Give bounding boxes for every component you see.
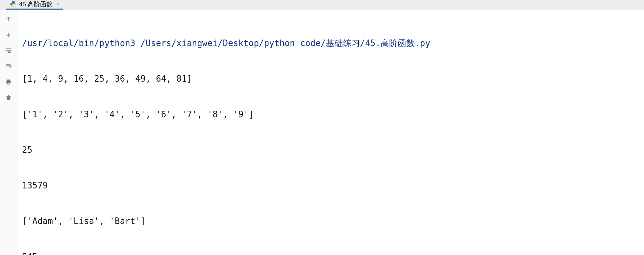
svg-point-1 xyxy=(14,6,14,7)
console-output[interactable]: /usr/local/bin/python3 /Users/xiangwei/D… xyxy=(17,10,644,255)
svg-rect-11 xyxy=(7,83,10,84)
tab-bar-leading: : xyxy=(0,0,6,10)
console-output-line: ['1', '2', '3', '4', '5', '6', '7', '8',… xyxy=(22,108,644,120)
svg-rect-14 xyxy=(8,95,10,96)
run-tab[interactable]: 45.高阶函数 × xyxy=(6,0,63,10)
svg-rect-9 xyxy=(7,80,10,81)
python-file-icon xyxy=(10,1,16,8)
console-command-line: /usr/local/bin/python3 /Users/xiangwei/D… xyxy=(22,37,644,49)
console-output-line: 25 xyxy=(22,144,644,156)
print-icon[interactable] xyxy=(4,77,13,87)
arrow-up-icon[interactable] xyxy=(4,14,13,23)
run-body: /usr/local/bin/python3 /Users/xiangwei/D… xyxy=(0,10,644,255)
run-tab-label: 45.高阶函数 xyxy=(19,0,53,9)
console-toolbar xyxy=(0,10,17,255)
scroll-to-end-icon[interactable] xyxy=(4,62,13,71)
console-lines: /usr/local/bin/python3 /Users/xiangwei/D… xyxy=(22,14,644,255)
svg-point-0 xyxy=(12,2,12,2)
run-tool-window: : 45.高阶函数 × xyxy=(0,0,644,255)
close-icon[interactable]: × xyxy=(55,1,59,7)
tab-bar: : 45.高阶函数 × xyxy=(0,0,644,10)
trash-icon[interactable] xyxy=(4,93,13,102)
console-output-line: 945 xyxy=(22,251,644,255)
console-output-line: 13579 xyxy=(22,180,644,191)
svg-rect-13 xyxy=(6,96,11,97)
soft-wrap-icon[interactable] xyxy=(4,46,13,55)
console-output-line: [1, 4, 9, 16, 25, 36, 49, 64, 81] xyxy=(22,73,644,85)
arrow-down-icon[interactable] xyxy=(4,30,13,39)
console-output-line: ['Adam', 'Lisa', 'Bart'] xyxy=(22,215,644,227)
svg-rect-12 xyxy=(7,97,11,100)
